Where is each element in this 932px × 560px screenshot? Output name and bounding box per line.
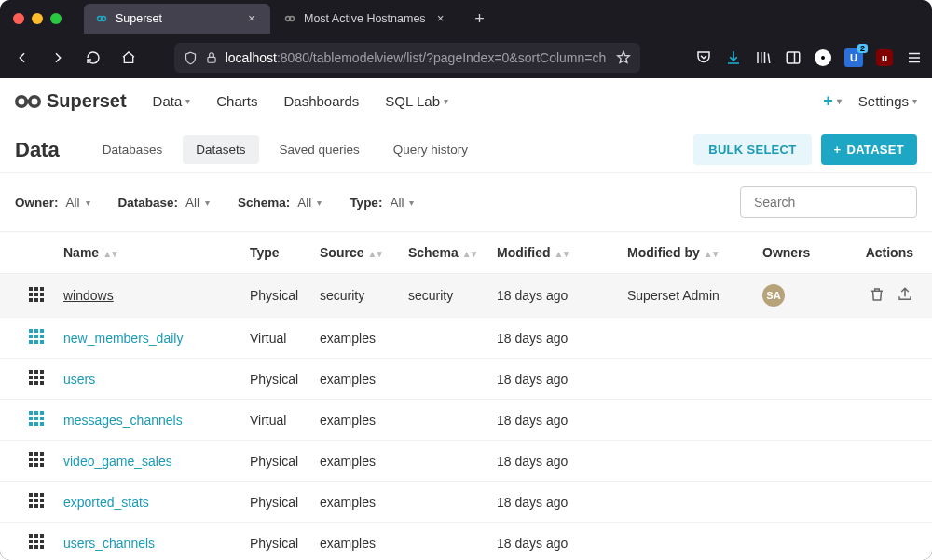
tab-close-button[interactable]: ×: [244, 12, 259, 25]
svg-rect-53: [40, 463, 44, 467]
nav-item-charts[interactable]: Charts: [216, 93, 257, 109]
cell-modified-by: [620, 318, 755, 359]
browser-menu-icon[interactable]: [906, 49, 923, 66]
svg-rect-61: [34, 504, 38, 508]
window-minimize-button[interactable]: [32, 13, 43, 24]
svg-rect-18: [29, 329, 33, 333]
svg-point-1: [102, 17, 106, 21]
filter-schema[interactable]: Schema:All▾: [238, 196, 322, 210]
library-icon[interactable]: [755, 49, 772, 66]
cell-source: examples: [312, 400, 401, 441]
dataset-link[interactable]: users: [63, 372, 95, 387]
table-row[interactable]: video_game_sales Physical examples 18 da…: [0, 441, 932, 482]
column-header-modified-by[interactable]: Modified by▲▼: [620, 232, 755, 274]
svg-rect-15: [29, 298, 33, 302]
extension-badge-icon[interactable]: U2: [844, 48, 863, 67]
bookmark-icon[interactable]: [616, 50, 631, 65]
dataset-type-icon: [28, 369, 45, 386]
table-row[interactable]: exported_stats Physical examples 18 days…: [0, 482, 932, 523]
cell-modified-by: [620, 523, 755, 561]
table-row[interactable]: messages_channels Virtual examples 18 da…: [0, 400, 932, 441]
svg-rect-52: [34, 463, 38, 467]
forward-button[interactable]: [45, 45, 71, 71]
dataset-type-icon: [28, 451, 45, 468]
column-header-schema[interactable]: Schema▲▼: [401, 232, 489, 274]
svg-rect-10: [34, 287, 38, 291]
cell-source: security: [312, 274, 401, 318]
cell-schema: [401, 359, 489, 400]
browser-tab[interactable]: Superset×: [84, 4, 270, 34]
cell-source: examples: [312, 318, 401, 359]
chevron-down-icon: ▾: [444, 96, 448, 106]
dataset-link[interactable]: users_channels: [63, 536, 155, 551]
sort-icon: ▲▼: [555, 249, 569, 259]
table-row[interactable]: windows Physical security security 18 da…: [0, 274, 932, 318]
dataset-link[interactable]: new_members_daily: [63, 331, 183, 346]
bulk-select-button[interactable]: BULK SELECT: [693, 134, 811, 165]
svg-rect-19: [34, 329, 38, 333]
table-row[interactable]: users_channels Physical examples 18 days…: [0, 523, 932, 561]
dataset-link[interactable]: exported_stats: [63, 495, 149, 510]
svg-rect-71: [40, 545, 44, 549]
filter-type[interactable]: Type:All▾: [350, 196, 414, 210]
browser-toolbar: localhost:8080/tablemodelview/list/?page…: [0, 37, 932, 78]
cell-source: examples: [312, 523, 401, 561]
window-close-button[interactable]: [13, 13, 24, 24]
svg-rect-7: [25, 99, 32, 103]
extension-circle-icon[interactable]: [815, 49, 831, 66]
add-menu-button[interactable]: +▾: [823, 91, 842, 111]
add-dataset-button[interactable]: +DATASET: [821, 134, 917, 165]
table-row[interactable]: users Physical examples 18 days ago: [0, 359, 932, 400]
delete-button[interactable]: [869, 286, 885, 306]
column-header-name[interactable]: Name▲▼: [56, 232, 242, 274]
cell-type: Virtual: [242, 318, 312, 359]
window-zoom-button[interactable]: [50, 13, 62, 24]
search-box[interactable]: [740, 186, 917, 218]
filter-owner[interactable]: Owner:All▾: [15, 196, 90, 210]
back-button[interactable]: [9, 45, 35, 71]
tab-close-button[interactable]: ×: [433, 12, 448, 25]
subtab-databases[interactable]: Databases: [89, 135, 176, 164]
cell-source: examples: [312, 441, 401, 482]
sort-icon: ▲▼: [367, 249, 382, 259]
dataset-link[interactable]: windows: [63, 288, 114, 303]
pocket-icon[interactable]: [695, 49, 712, 66]
column-header-source[interactable]: Source▲▼: [312, 232, 401, 274]
browser-tab[interactable]: Most Active Hostnames×: [272, 4, 459, 34]
export-button[interactable]: [897, 286, 913, 306]
search-input[interactable]: [754, 195, 917, 210]
svg-rect-22: [34, 335, 38, 338]
nav-item-sql-lab[interactable]: SQL Lab ▾: [385, 93, 448, 109]
cell-modified-by: [620, 359, 755, 400]
ublock-icon[interactable]: u: [876, 49, 893, 66]
new-tab-button[interactable]: +: [467, 6, 493, 32]
reload-button[interactable]: [80, 45, 106, 71]
dataset-link[interactable]: video_game_sales: [63, 454, 172, 469]
table-row[interactable]: new_members_daily Virtual examples 18 da…: [0, 318, 932, 359]
dataset-link[interactable]: messages_channels: [63, 413, 183, 428]
svg-rect-17: [40, 298, 44, 302]
cell-modified: 18 days ago: [489, 523, 620, 561]
nav-item-data[interactable]: Data ▾: [153, 93, 191, 109]
chevron-down-icon: ▾: [205, 198, 210, 208]
home-button[interactable]: [116, 45, 142, 71]
filter-database[interactable]: Database:All▾: [118, 196, 211, 210]
cell-modified-by: Superset Admin: [620, 274, 755, 318]
subtab-query-history[interactable]: Query history: [380, 135, 481, 164]
cell-type: Physical: [242, 523, 312, 561]
svg-rect-45: [29, 452, 33, 456]
url-bar[interactable]: localhost:8080/tablemodelview/list/?page…: [174, 43, 640, 73]
nav-item-dashboards[interactable]: Dashboards: [283, 93, 359, 109]
download-icon[interactable]: [725, 49, 742, 66]
sidebar-icon[interactable]: [785, 49, 802, 66]
subtab-datasets[interactable]: Datasets: [183, 135, 258, 164]
svg-rect-5: [787, 52, 800, 63]
chevron-down-icon: ▾: [409, 198, 414, 208]
settings-menu[interactable]: Settings▾: [858, 93, 917, 109]
datasets-table: Name▲▼TypeSource▲▼Schema▲▼Modified▲▼Modi…: [0, 232, 932, 560]
subtab-saved-queries[interactable]: Saved queries: [267, 135, 373, 164]
brand[interactable]: Superset: [15, 90, 127, 112]
svg-rect-27: [29, 370, 33, 374]
plus-icon: +: [834, 143, 842, 157]
column-header-modified[interactable]: Modified▲▼: [489, 232, 620, 274]
